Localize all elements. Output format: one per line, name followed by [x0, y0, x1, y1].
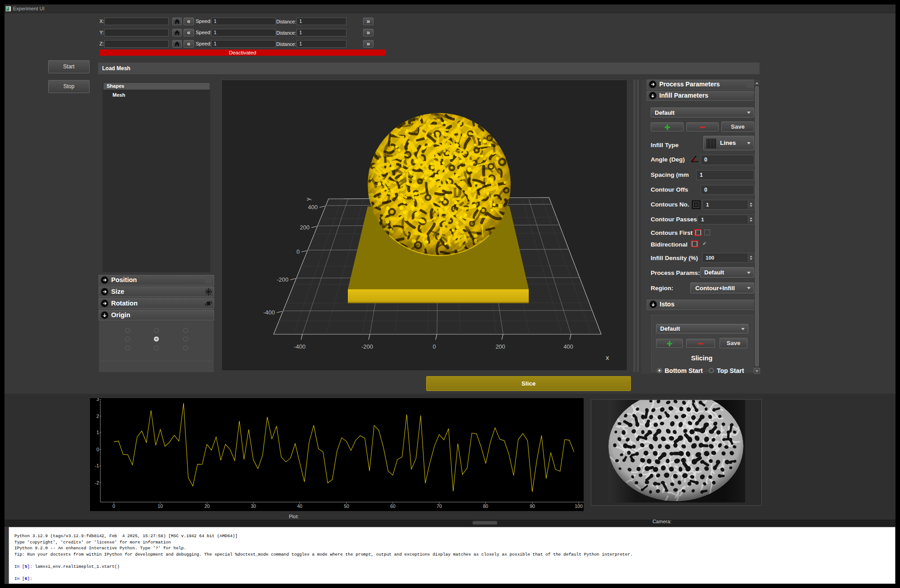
- svg-text:30: 30: [251, 503, 256, 509]
- svg-text:0: 0: [112, 503, 115, 509]
- svg-text:10: 10: [158, 503, 163, 509]
- svg-text:-2: -2: [95, 480, 99, 485]
- svg-text:-200: -200: [361, 343, 373, 350]
- svg-text:-200: -200: [277, 276, 288, 283]
- svg-text:200: 200: [495, 343, 505, 350]
- svg-text:60: 60: [390, 503, 396, 509]
- svg-text:0: 0: [297, 248, 300, 255]
- svg-text:x: x: [606, 354, 609, 361]
- svg-text:-1: -1: [95, 463, 99, 468]
- svg-text:50: 50: [344, 503, 349, 509]
- svg-text:1: 1: [96, 430, 99, 435]
- svg-text:-400: -400: [263, 309, 275, 316]
- svg-text:80: 80: [483, 503, 488, 509]
- svg-text:3: 3: [96, 398, 99, 402]
- svg-text:400: 400: [308, 204, 318, 211]
- svg-text:-400: -400: [294, 343, 306, 350]
- svg-text:200: 200: [300, 224, 310, 231]
- svg-text:20: 20: [204, 503, 210, 509]
- svg-text:400: 400: [563, 343, 573, 350]
- svg-text:y: y: [305, 197, 311, 201]
- svg-text:90: 90: [530, 503, 535, 509]
- svg-text:70: 70: [436, 503, 442, 509]
- svg-text:2: 2: [96, 413, 99, 419]
- svg-text:40: 40: [297, 503, 302, 509]
- svg-text:100: 100: [575, 503, 583, 509]
- svg-text:0: 0: [432, 343, 436, 350]
- svg-text:0: 0: [96, 447, 99, 452]
